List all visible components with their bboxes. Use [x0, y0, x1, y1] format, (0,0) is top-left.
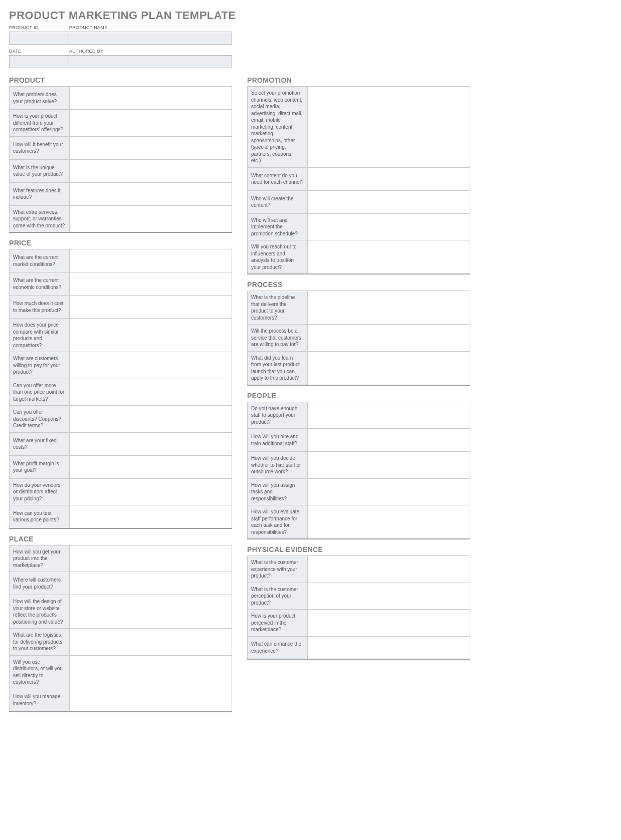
question-cell: What is the unique value of your product…	[10, 159, 70, 182]
meta-row-2: DATEAUTHORED BY	[9, 49, 612, 68]
question-cell: Do you have enough staff to support your…	[248, 402, 308, 429]
answer-cell[interactable]	[70, 136, 232, 159]
table-row: What are the current economic conditions…	[10, 272, 232, 296]
answer-cell[interactable]	[70, 655, 232, 689]
answer-cell[interactable]	[70, 182, 232, 205]
question-cell: Who will set and implement the promotion…	[248, 213, 308, 240]
answer-cell[interactable]	[70, 296, 232, 319]
answer-cell[interactable]	[308, 240, 470, 274]
answer-cell[interactable]	[308, 556, 470, 583]
table-row: How will you manage inventory?	[10, 689, 232, 712]
table-row: Can you offer discounts? Coupons? Credit…	[10, 406, 232, 433]
meta-field-product-name: PRODUCT NAME	[69, 25, 232, 45]
question-cell: What are your fixed costs?	[10, 432, 70, 455]
answer-cell[interactable]	[308, 291, 470, 325]
meta-label: PRODUCT NAME	[69, 25, 232, 30]
column-right: PROMOTIONSelect your promotion channels:…	[247, 75, 470, 712]
table-row: How will you decide whether to hire staf…	[248, 452, 470, 479]
answer-cell[interactable]	[70, 629, 232, 656]
answer-cell[interactable]	[70, 478, 232, 505]
meta-label: AUTHORED BY	[69, 49, 232, 54]
table-row: What are your fixed costs?	[10, 432, 232, 455]
question-cell: What extra services, support, or warrant…	[10, 205, 70, 232]
question-cell: How will you decide whether to hire staf…	[248, 452, 308, 479]
section-heading-promotion: PROMOTION	[247, 76, 470, 84]
meta-input-authored-by[interactable]	[69, 55, 232, 68]
answer-cell[interactable]	[308, 452, 470, 479]
table-row: What content do you need for each channe…	[248, 167, 470, 190]
answer-cell[interactable]	[308, 636, 470, 659]
question-cell: How do your vendors or distributors affe…	[10, 478, 70, 505]
table-row: Where will customers find your product?	[10, 572, 232, 595]
table-row: What is the customer perception of your …	[248, 583, 470, 610]
answer-cell[interactable]	[308, 478, 470, 505]
table-row: Can you offer more than one price point …	[10, 379, 232, 406]
table-row: Will the process be a service that custo…	[248, 325, 470, 352]
answer-cell[interactable]	[308, 167, 470, 190]
section-table-price: What are the current market conditions?W…	[9, 249, 232, 529]
answer-cell[interactable]	[308, 583, 470, 610]
table-row: What is the unique value of your product…	[10, 159, 232, 182]
answer-cell[interactable]	[308, 213, 470, 240]
question-cell: Can you offer more than one price point …	[10, 379, 70, 406]
answer-cell[interactable]	[308, 505, 470, 539]
section-heading-process: PROCESS	[247, 281, 470, 289]
question-cell: How much does it cost to make this produ…	[10, 296, 70, 319]
question-cell: How will you get your product into the m…	[10, 545, 70, 572]
answer-cell[interactable]	[70, 249, 232, 272]
answer-cell[interactable]	[70, 319, 232, 352]
question-cell: What are the current economic conditions…	[10, 272, 70, 296]
answer-cell[interactable]	[70, 432, 232, 455]
answer-cell[interactable]	[70, 352, 232, 379]
table-row: What are customers willing to pay for yo…	[10, 352, 232, 379]
answer-cell[interactable]	[70, 406, 232, 433]
table-row: How will you evaluate staff performance …	[248, 505, 470, 539]
answer-cell[interactable]	[70, 205, 232, 232]
answer-cell[interactable]	[70, 689, 232, 712]
table-row: How will the design of your store or web…	[10, 595, 232, 629]
answer-cell[interactable]	[308, 610, 470, 637]
meta-field-date: DATE	[9, 49, 69, 68]
answer-cell[interactable]	[70, 572, 232, 595]
answer-cell[interactable]	[70, 455, 232, 478]
meta-field-product-id: PRODUCT ID	[9, 25, 69, 45]
table-row: Do you have enough staff to support your…	[248, 402, 470, 429]
question-cell: How will you manage inventory?	[10, 689, 70, 712]
answer-cell[interactable]	[70, 545, 232, 572]
question-cell: How will you assign tasks and responsibi…	[248, 478, 308, 505]
answer-cell[interactable]	[308, 87, 470, 168]
table-row: What did you learn from your last produc…	[248, 351, 470, 385]
page-title: PRODUCT MARKETING PLAN TEMPLATE	[9, 9, 612, 22]
answer-cell[interactable]	[70, 159, 232, 182]
answer-cell[interactable]	[308, 351, 470, 385]
answer-cell[interactable]	[70, 505, 232, 528]
table-row: What features does it include?	[10, 182, 232, 205]
answer-cell[interactable]	[70, 379, 232, 406]
question-cell: Who will create the content?	[248, 190, 308, 213]
meta-input-product-name[interactable]	[69, 32, 232, 45]
answer-cell[interactable]	[308, 429, 470, 452]
column-left: PRODUCTWhat problem does your product so…	[9, 75, 232, 712]
answer-cell[interactable]	[70, 87, 232, 110]
answer-cell[interactable]	[70, 595, 232, 629]
question-cell: Select your promotion channels: web cont…	[248, 87, 308, 168]
question-cell: Will you use distributors, or will you s…	[10, 655, 70, 689]
table-row: What problem does your product solve?	[10, 87, 232, 110]
table-row: Will you use distributors, or will you s…	[10, 655, 232, 689]
answer-cell[interactable]	[70, 110, 232, 137]
answer-cell[interactable]	[308, 190, 470, 213]
table-row: How will you assign tasks and responsibi…	[248, 478, 470, 505]
section-table-place: How will you get your product into the m…	[9, 545, 232, 713]
table-row: How will it benefit your customers?	[10, 136, 232, 159]
section-heading-place: PLACE	[9, 535, 232, 543]
answer-cell[interactable]	[308, 402, 470, 429]
meta-input-product-id[interactable]	[9, 32, 69, 45]
question-cell: How will the design of your store or web…	[10, 595, 70, 629]
meta-block: PRODUCT IDPRODUCT NAME DATEAUTHORED BY	[9, 25, 612, 68]
answer-cell[interactable]	[70, 272, 232, 296]
answer-cell[interactable]	[308, 325, 470, 352]
meta-input-date[interactable]	[9, 55, 69, 68]
question-cell: What did you learn from your last produc…	[248, 351, 308, 385]
table-row: How much does it cost to make this produ…	[10, 296, 232, 319]
section-heading-price: PRICE	[9, 239, 232, 247]
